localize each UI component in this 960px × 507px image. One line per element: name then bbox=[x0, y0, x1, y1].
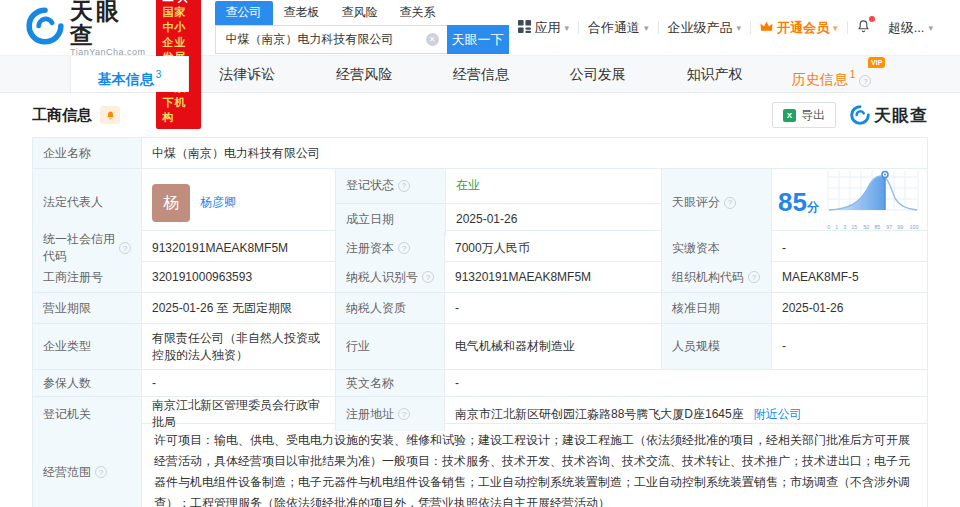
table-row: 法定代表人 杨 杨彦卿 登记状态? 在业 成立日期 2025-01-26 天眼评… bbox=[33, 168, 927, 230]
vip-badge: VIP bbox=[868, 57, 885, 68]
table-row: 参保人数 - 英文名称 - bbox=[33, 369, 927, 396]
help-icon[interactable]: ? bbox=[724, 197, 736, 209]
tianyancha-logo[interactable]: 天眼查 TianYanCha.com bbox=[26, 0, 146, 57]
field-label: 统一社会信用代码? bbox=[33, 231, 141, 265]
export-button[interactable]: X 导出 bbox=[772, 102, 836, 128]
grid-icon bbox=[518, 20, 531, 36]
table-row: 企业名称 中煤（南京）电力科技有限公司 bbox=[33, 138, 927, 168]
help-icon[interactable]: ? bbox=[398, 242, 410, 254]
field-label: 企业类型 bbox=[33, 324, 141, 369]
chevron-down-icon: ▾ bbox=[928, 23, 933, 33]
tab-intellectual-property[interactable]: 知识产权 bbox=[656, 56, 773, 92]
tab-operating-risk[interactable]: 经营风险 bbox=[306, 56, 423, 92]
chevron-down-icon: ▾ bbox=[737, 23, 742, 33]
company-type: 有限责任公司（非自然人投资或控股的法人独资） bbox=[141, 324, 335, 369]
field-label: 纳税人资质 bbox=[335, 293, 444, 323]
tab-operating-info[interactable]: 经营信息 bbox=[423, 56, 540, 92]
business-scope: 许可项目：输电、供电、受电电力设施的安装、维修和试验；建设工程设计；建设工程施工… bbox=[141, 424, 929, 507]
score-unit: 分 bbox=[807, 200, 819, 214]
export-label: 导出 bbox=[801, 107, 825, 124]
status-badge[interactable]: 在业 bbox=[456, 177, 480, 194]
score-axis-tick: 50 bbox=[863, 220, 869, 235]
tianyancha-logo-icon bbox=[26, 7, 64, 49]
approval-date: 2025-01-26 bbox=[771, 293, 929, 323]
nav-partner-channel[interactable]: 合作通道 ▾ bbox=[579, 19, 658, 37]
status-date-group: 登记状态? 在业 成立日期 2025-01-26 bbox=[335, 169, 661, 236]
score-axis-tick: 3 bbox=[843, 220, 846, 235]
tianyancha-watermark: 天眼查 bbox=[850, 104, 928, 127]
field-label: 纳税人识别号? bbox=[335, 262, 444, 292]
user-menu[interactable]: 超级... ▾ bbox=[879, 19, 942, 37]
search-tab-boss[interactable]: 查老板 bbox=[273, 1, 331, 25]
field-label: 营业期限 bbox=[33, 293, 141, 323]
nav-open-membership[interactable]: 开通会员 ▾ bbox=[751, 19, 847, 37]
avatar[interactable]: 杨 bbox=[152, 184, 190, 222]
search-tab-company[interactable]: 查公司 bbox=[215, 1, 273, 25]
table-row: 营业期限 2025-01-26 至 无固定期限 纳税人资质 - 核准日期 202… bbox=[33, 292, 927, 323]
registration-status: 在业 bbox=[445, 169, 662, 203]
table-row: 登记机关 南京江北新区管理委员会行政审批局 注册地址? 南京市江北新区研创园江淼… bbox=[33, 396, 927, 423]
tab-count: 3 bbox=[156, 69, 162, 80]
top-nav: 应用 ▾ 合作通道 ▾ 企业级产品 ▾ 开通会员 ▾ 超级... ▾ bbox=[509, 19, 943, 37]
taxpayer-qualification: - bbox=[444, 293, 661, 323]
business-term: 2025-01-26 至 无固定期限 bbox=[141, 293, 335, 323]
notification-dot bbox=[869, 16, 875, 22]
search-input[interactable] bbox=[215, 25, 447, 54]
score-axis-tick: 1 bbox=[835, 220, 838, 235]
help-icon[interactable]: ? bbox=[398, 180, 410, 192]
tab-label: 基本信息 bbox=[98, 71, 154, 87]
search-tabs: 查公司 查老板 查风险 查关系 bbox=[215, 1, 509, 25]
credit-code: 91320191MAEAK8MF5M bbox=[141, 231, 335, 265]
help-icon[interactable]: ? bbox=[119, 242, 131, 254]
help-icon[interactable]: ? bbox=[422, 271, 434, 283]
tab-history-info[interactable]: VIP 历史信息1? bbox=[773, 56, 890, 92]
help-icon[interactable]: ? bbox=[398, 408, 410, 420]
field-label: 人员规模 bbox=[661, 324, 771, 369]
monitor-bell-icon[interactable] bbox=[100, 106, 120, 124]
score-distribution-chart: 0 1 3 15 50 85 97 99 100 bbox=[827, 169, 921, 236]
industry: 电气机械和器材制造业 bbox=[444, 324, 661, 369]
tab-basic-info[interactable]: 基本信息3 bbox=[70, 56, 189, 92]
organization-code: MAEAK8MF-5 bbox=[771, 262, 929, 292]
search-tab-relation[interactable]: 查关系 bbox=[389, 1, 447, 25]
crown-icon bbox=[760, 20, 773, 35]
field-label: 注册资本? bbox=[335, 231, 444, 265]
tianyan-score: 85分 bbox=[771, 169, 929, 236]
clear-icon[interactable]: ✕ bbox=[426, 33, 439, 46]
search-block: 查公司 查老板 查风险 查关系 ✕ 天眼一下 bbox=[215, 1, 509, 54]
score-axis-tick: 100 bbox=[909, 220, 918, 235]
tab-legal-proceedings[interactable]: 法律诉讼 bbox=[189, 56, 306, 92]
legal-rep-link[interactable]: 杨彦卿 bbox=[200, 194, 236, 211]
nearby-companies-link[interactable]: 附近公司 bbox=[754, 406, 802, 423]
score-value: 85 bbox=[778, 187, 807, 217]
tab-label: 历史信息 bbox=[792, 71, 848, 87]
paid-in-capital: - bbox=[771, 231, 929, 265]
table-row: 工商注册号 320191000963593 纳税人识别号? 91320191MA… bbox=[33, 261, 927, 292]
field-label: 实缴资本 bbox=[661, 231, 771, 265]
table-row: 经营范围? 许可项目：输电、供电、受电电力设施的安装、维修和试验；建设工程设计；… bbox=[33, 423, 927, 507]
search-button[interactable]: 天眼一下 bbox=[447, 25, 509, 54]
help-icon[interactable]: ? bbox=[95, 466, 107, 478]
help-icon[interactable]: ? bbox=[859, 75, 871, 87]
field-label: 组织机构代码? bbox=[661, 262, 771, 292]
nav-enterprise-label: 企业级产品 bbox=[668, 19, 733, 37]
nav-apps[interactable]: 应用 ▾ bbox=[509, 19, 579, 37]
english-name: - bbox=[444, 370, 929, 396]
score-axis-tick: 0 bbox=[827, 220, 830, 235]
field-label: 工商注册号 bbox=[33, 262, 141, 292]
legal-rep-cell: 杨 杨彦卿 bbox=[141, 169, 335, 236]
field-label: 登记状态? bbox=[336, 169, 445, 203]
logo-title: 天眼查 bbox=[70, 0, 146, 47]
search-tab-risk[interactable]: 查风险 bbox=[331, 1, 389, 25]
nav-enterprise-products[interactable]: 企业级产品 ▾ bbox=[659, 19, 751, 37]
score-axis-tick: 85 bbox=[875, 220, 881, 235]
tab-label: 经营风险 bbox=[336, 66, 392, 82]
nav-membership-label: 开通会员 bbox=[777, 19, 829, 37]
score-axis-tick: 15 bbox=[852, 220, 858, 235]
tab-label: 知识产权 bbox=[687, 66, 743, 82]
field-label: 企业名称 bbox=[33, 138, 141, 168]
help-icon[interactable]: ? bbox=[748, 271, 760, 283]
field-label: 法定代表人 bbox=[33, 169, 141, 236]
tab-company-development[interactable]: 公司发展 bbox=[539, 56, 656, 92]
notification-bell-icon[interactable] bbox=[848, 19, 879, 37]
